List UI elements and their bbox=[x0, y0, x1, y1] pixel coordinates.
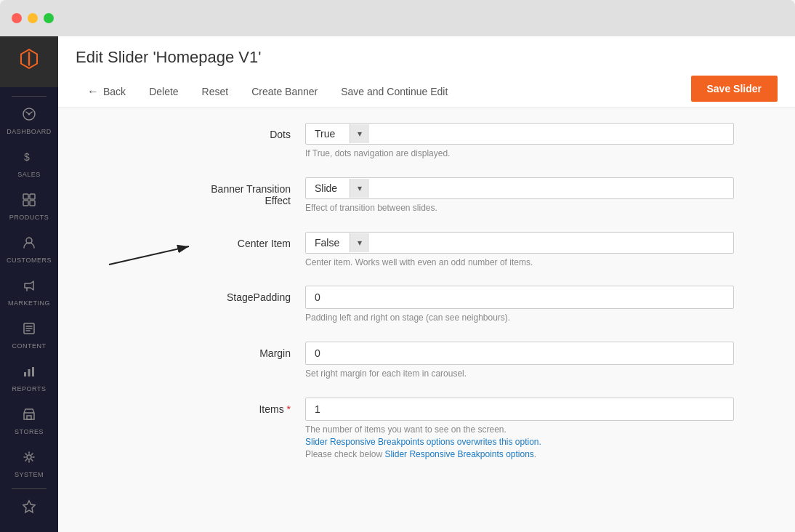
svg-rect-13 bbox=[28, 369, 31, 376]
sidebar-item-dashboard-label: DASHBOARD bbox=[7, 128, 52, 135]
sidebar-item-content[interactable]: CONTENT bbox=[0, 314, 58, 357]
svg-rect-6 bbox=[30, 201, 35, 206]
sidebar-item-dashboard[interactable]: DASHBOARD bbox=[0, 100, 58, 142]
sidebar-item-system[interactable]: SYSTEM bbox=[0, 443, 58, 485]
sidebar-item-reports-label: REPORTS bbox=[12, 385, 47, 392]
save-slider-button[interactable]: Save Slider bbox=[691, 76, 778, 102]
svg-rect-12 bbox=[24, 372, 26, 376]
form-row-center-item: Center Item False ▾ Center item. Works w… bbox=[189, 232, 734, 269]
form-row-transition: Banner Transition Effect Slide ▾ Effect … bbox=[189, 177, 734, 214]
magento-logo-icon bbox=[16, 46, 42, 78]
browser-chrome bbox=[0, 0, 795, 36]
sidebar-item-stores-label: STORES bbox=[15, 428, 44, 435]
sidebar-item-marketing[interactable]: MARKETING bbox=[0, 271, 58, 314]
delete-button[interactable]: Delete bbox=[137, 80, 190, 103]
items-hint-line3: Please check below Slider Responsive Bre… bbox=[305, 449, 536, 459]
sidebar-item-marketing-label: MARKETING bbox=[8, 299, 50, 307]
margin-label: Margin bbox=[189, 342, 305, 359]
sidebar-item-reports[interactable]: REPORTS bbox=[0, 357, 58, 400]
form-row-margin: Margin Set right margin for each item in… bbox=[189, 342, 734, 380]
save-continue-button-label: Save and Continue Edit bbox=[341, 86, 448, 97]
sidebar-item-sales-label: SALES bbox=[17, 171, 41, 178]
transition-select-wrapper[interactable]: Slide ▾ bbox=[305, 177, 734, 199]
extensions-icon bbox=[22, 499, 36, 517]
save-slider-button-label: Save Slider bbox=[707, 83, 762, 94]
svg-point-16 bbox=[27, 455, 31, 459]
customers-icon bbox=[22, 235, 36, 254]
content-icon bbox=[22, 321, 36, 339]
sidebar-item-stores[interactable]: STORES bbox=[0, 400, 58, 443]
items-label: Items bbox=[189, 398, 305, 415]
margin-field: Set right margin for each item in carous… bbox=[305, 342, 734, 380]
margin-hint: Set right margin for each item in carous… bbox=[305, 368, 734, 380]
sidebar-divider-bottom bbox=[12, 488, 47, 489]
back-button-label: Back bbox=[103, 86, 126, 97]
reset-button-label: Reset bbox=[202, 86, 229, 97]
dots-select-arrow-icon[interactable]: ▾ bbox=[350, 124, 369, 143]
save-continue-button[interactable]: Save and Continue Edit bbox=[329, 80, 459, 103]
page-header: Edit Slider 'Homepage V1' ← Back Delete … bbox=[58, 36, 795, 108]
form-row-dots: Dots True ▾ If True, dots navigation are… bbox=[189, 123, 734, 160]
svg-rect-15 bbox=[27, 416, 31, 419]
margin-input[interactable] bbox=[305, 342, 734, 365]
transition-label: Banner Transition Effect bbox=[189, 177, 305, 206]
dots-select-wrapper[interactable]: True ▾ bbox=[305, 123, 734, 145]
center-item-hint: Center item. Works well with even an odd… bbox=[305, 257, 734, 269]
close-button[interactable] bbox=[12, 13, 22, 23]
sidebar-item-products[interactable]: PRODUCTS bbox=[0, 185, 58, 228]
marketing-icon bbox=[22, 278, 36, 297]
center-item-field: False ▾ Center item. Works well with eve… bbox=[305, 232, 734, 269]
main-content: Edit Slider 'Homepage V1' ← Back Delete … bbox=[58, 36, 795, 532]
stores-icon bbox=[22, 407, 36, 425]
app-container: DASHBOARD $ SALES PRODUCTS bbox=[0, 36, 795, 532]
items-input[interactable] bbox=[305, 398, 734, 421]
sidebar-item-products-label: PRODUCTS bbox=[9, 214, 49, 221]
sidebar-item-customers-label: CUSTOMERS bbox=[7, 257, 52, 264]
form-row-stage-padding: StagePadding Padding left and right on s… bbox=[189, 286, 734, 324]
items-hint-line1: The number of items you want to see on t… bbox=[305, 424, 507, 435]
sidebar-divider-top bbox=[12, 96, 47, 97]
sales-icon: $ bbox=[22, 150, 36, 168]
arrow-annotation bbox=[102, 239, 196, 271]
traffic-lights bbox=[12, 13, 54, 23]
svg-rect-5 bbox=[23, 201, 28, 206]
stage-padding-input[interactable] bbox=[305, 286, 734, 309]
dots-select-value: True bbox=[306, 124, 350, 144]
items-hint: The number of items you want to see on t… bbox=[305, 424, 734, 460]
center-item-select-arrow-icon[interactable]: ▾ bbox=[350, 233, 369, 252]
create-banner-button[interactable]: Create Banner bbox=[240, 80, 329, 103]
items-hint-line2: Slider Responsive Breakpoints options ov… bbox=[305, 437, 541, 447]
sidebar-item-sales[interactable]: $ SALES bbox=[0, 142, 58, 185]
items-field: The number of items you want to see on t… bbox=[305, 398, 734, 460]
sidebar: DASHBOARD $ SALES PRODUCTS bbox=[0, 36, 58, 532]
maximize-button[interactable] bbox=[44, 13, 54, 23]
sidebar-item-content-label: CONTENT bbox=[12, 342, 47, 350]
transition-hint: Effect of transition between slides. bbox=[305, 202, 734, 214]
dashboard-icon bbox=[22, 107, 36, 125]
minimize-button[interactable] bbox=[28, 13, 38, 23]
sidebar-item-extensions[interactable] bbox=[0, 492, 58, 525]
transition-field: Slide ▾ Effect of transition between sli… bbox=[305, 177, 734, 214]
back-button[interactable]: ← Back bbox=[76, 79, 137, 104]
stage-padding-label: StagePadding bbox=[189, 286, 305, 303]
products-icon bbox=[22, 193, 36, 211]
sidebar-item-customers[interactable]: CUSTOMERS bbox=[0, 228, 58, 271]
sidebar-item-system-label: SYSTEM bbox=[15, 471, 44, 478]
form-row-items: Items The number of items you want to se… bbox=[189, 398, 734, 460]
sidebar-logo[interactable] bbox=[0, 36, 58, 87]
reset-button[interactable]: Reset bbox=[190, 80, 241, 103]
svg-line-19 bbox=[109, 246, 189, 265]
dots-label: Dots bbox=[189, 123, 305, 140]
transition-select-arrow-icon[interactable]: ▾ bbox=[350, 179, 369, 198]
center-item-select-wrapper[interactable]: False ▾ bbox=[305, 232, 734, 254]
dots-hint: If True, dots navigation are displayed. bbox=[305, 148, 734, 160]
action-bar: ← Back Delete Reset Create Banner Save a… bbox=[76, 76, 778, 108]
svg-text:$: $ bbox=[24, 151, 30, 163]
stage-padding-hint: Padding left and right on stage (can see… bbox=[305, 312, 734, 324]
page-title: Edit Slider 'Homepage V1' bbox=[76, 48, 778, 67]
system-icon bbox=[22, 450, 36, 468]
reports-icon bbox=[22, 364, 36, 382]
stage-padding-field: Padding left and right on stage (can see… bbox=[305, 286, 734, 324]
create-banner-button-label: Create Banner bbox=[251, 86, 318, 97]
svg-rect-14 bbox=[32, 367, 34, 376]
